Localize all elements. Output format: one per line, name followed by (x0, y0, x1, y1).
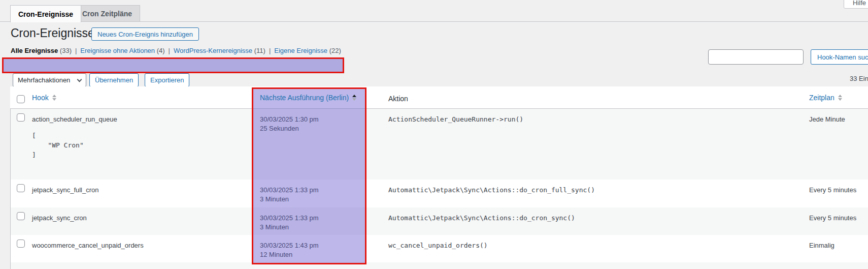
next-run-date: 30/03/2025 1:43 pm (260, 242, 319, 249)
row-checkbox[interactable] (17, 240, 25, 248)
help-button[interactable]: Hilfe (844, 0, 868, 9)
column-header-next-run[interactable]: Nächste Ausführung (Berlin) (260, 94, 356, 102)
column-header-action: Aktion (388, 95, 408, 103)
row-checkbox[interactable] (17, 212, 25, 220)
filter-all-events[interactable]: Alle Ereignisse (33) (11, 47, 80, 54)
table-row (11, 262, 868, 269)
action-value: ActionScheduler_QueueRunner->run() (388, 115, 523, 123)
table-row: woocommerce_cancel_unpaid_orders 30/03/2… (11, 235, 868, 262)
table-row: jetpack_sync_cron 30/03/2025 1:33 pm 3 M… (11, 207, 868, 235)
next-run-relative: 25 Sekunden (260, 125, 299, 132)
next-run-relative: 3 Minuten (260, 195, 289, 203)
event-args: [ "WP Cron" ] (32, 131, 84, 160)
hook-name: jetpack_sync_full_cron (32, 186, 99, 194)
sort-asc-icon (352, 95, 356, 101)
export-button[interactable]: Exportieren (145, 73, 189, 87)
table-row: action_scheduler_run_queue [ "WP Cron" ]… (11, 109, 868, 180)
action-value: Automattic\Jetpack\Sync\Actions::do_cron… (388, 186, 595, 194)
schedule-value: Jede Minute (809, 115, 845, 123)
filter-events-no-action[interactable]: Ereignisse ohne Aktionen (4) (80, 47, 174, 54)
bulk-actions-select[interactable]: Mehrfachaktionen (13, 73, 86, 87)
table-header-row (10, 86, 868, 109)
items-count: 33 Ein (850, 75, 868, 82)
table-row: jetpack_sync_full_cron 30/03/2025 1:33 p… (11, 180, 868, 207)
schedule-value: Einmalig (809, 242, 834, 249)
chevron-down-icon (77, 77, 82, 82)
select-all-checkbox[interactable] (17, 95, 25, 103)
schedule-value: Every 5 minutes (809, 214, 856, 222)
add-cron-event-button[interactable]: Neues Cron-Ereignis hinzufügen (91, 27, 199, 41)
search-hooks-button[interactable]: Hook-Namen such (811, 49, 868, 65)
row-checkbox[interactable] (17, 113, 25, 122)
hook-name: woocommerce_cancel_unpaid_orders (32, 242, 144, 249)
filter-custom-events[interactable]: Eigene Ereignisse (22) (274, 47, 341, 54)
next-run-relative: 12 Minuten (260, 251, 292, 258)
next-run-date: 30/03/2025 1:30 pm (260, 115, 319, 123)
column-header-schedule[interactable]: Zeitplan (809, 94, 842, 102)
search-input[interactable] (708, 49, 804, 65)
apply-button[interactable]: Übernehmen (89, 73, 139, 87)
action-value: wc_cancel_unpaid_orders() (388, 242, 488, 249)
schedule-value: Every 5 minutes (809, 186, 856, 194)
next-run-date: 30/03/2025 1:33 pm (260, 186, 319, 194)
tab-cron-events[interactable]: Cron-Ereignisse (10, 5, 81, 22)
row-checkbox[interactable] (17, 184, 25, 192)
filter-core-events[interactable]: WordPress-Kernereignisse (11) (174, 47, 274, 54)
highlight-annotation-bar (2, 57, 344, 73)
action-value: Automattic\Jetpack\Sync\Actions::do_cron… (388, 214, 575, 222)
event-filters: Alle Ereignisse (33)Ereignisse ohne Akti… (11, 47, 341, 54)
next-run-date: 30/03/2025 1:33 pm (260, 214, 319, 222)
hook-name: action_scheduler_run_queue (32, 115, 117, 123)
sort-icon (838, 95, 842, 101)
page-title: Cron-Ereignisse (11, 26, 94, 41)
sort-icon (52, 95, 56, 101)
next-run-relative: 3 Minuten (260, 223, 289, 231)
hook-name: jetpack_sync_cron (32, 214, 87, 222)
bulk-actions-label: Mehrfachaktionen (18, 76, 70, 84)
column-header-hook[interactable]: Hook (32, 94, 56, 102)
tab-cron-schedules[interactable]: Cron Zeitpläne (74, 5, 140, 22)
